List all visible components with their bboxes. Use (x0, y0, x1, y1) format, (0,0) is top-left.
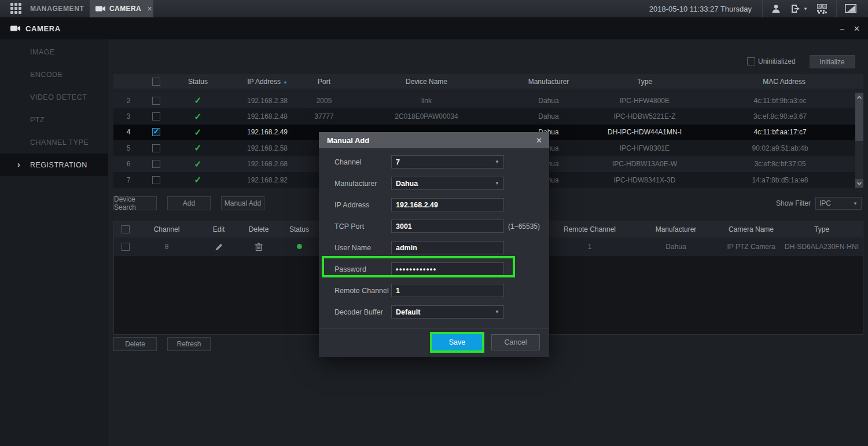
scroll-up-icon[interactable] (855, 93, 863, 101)
device-table-header: Status IP Address▲ Port Device Name Manu… (113, 74, 863, 89)
row-checkbox[interactable] (144, 112, 169, 120)
save-button[interactable]: Save (432, 334, 482, 350)
cell-num: 2 (113, 97, 144, 105)
col-delete[interactable]: Delete (241, 225, 276, 233)
screen: MANAGEMENT CAMERA ✕ 2018-05-10 11:33:27 … (0, 0, 868, 446)
refresh-button[interactable]: Refresh (167, 337, 211, 351)
scrollbar-thumb[interactable] (855, 101, 863, 141)
cell-ip: 192.168.2.68 (227, 160, 308, 168)
taskbar: MANAGEMENT CAMERA ✕ 2018-05-10 11:33:27 … (0, 0, 868, 17)
tcp-port-input[interactable]: 3001 (391, 220, 504, 233)
minimize-icon[interactable]: – (840, 24, 844, 33)
tcp-port-range-hint: (1~65535) (508, 222, 540, 231)
select-all-checkbox[interactable] (114, 225, 137, 233)
uninitialized-checkbox[interactable]: Uninitialized (747, 57, 796, 65)
cell-type: IPC-HFW4800E (584, 97, 705, 105)
display-icon[interactable] (845, 4, 856, 14)
datetime: 2018-05-10 11:33:27 Thursday (649, 5, 752, 13)
status-check-icon: ✓ (169, 159, 227, 170)
row-checkbox[interactable] (144, 128, 169, 136)
cell-mac: 90:02:a9:51:ab:4b (705, 144, 855, 152)
select-all-checkbox[interactable] (144, 78, 169, 86)
sidebar-item-channel-type[interactable]: CHANNEL TYPE (0, 131, 108, 153)
row-checkbox[interactable] (144, 176, 169, 184)
caret-down-icon: ▼ (853, 201, 858, 206)
cancel-button[interactable]: Cancel (491, 334, 540, 350)
col-type[interactable]: Type (584, 78, 705, 86)
col-camera-name[interactable]: Camera Name (722, 225, 781, 233)
status-check-icon: ✓ (169, 174, 227, 185)
sidebar-item-ptz[interactable]: PTZ (0, 108, 108, 131)
ip-address-input[interactable]: 192.168.2.49 (391, 198, 504, 211)
edit-pencil-icon[interactable] (196, 242, 241, 251)
cell-type: DH-IPC-HDW44A1MN-I (584, 128, 705, 136)
col-status[interactable]: Status (169, 78, 227, 86)
tab-close-icon[interactable]: ✕ (147, 5, 152, 13)
device-search-button[interactable]: Device Search (113, 196, 157, 210)
divider (762, 0, 763, 17)
tab-management[interactable]: MANAGEMENT (30, 5, 84, 13)
checkbox[interactable] (747, 57, 755, 65)
sidebar-item-encode[interactable]: ENCODE (0, 63, 108, 86)
channel-dropdown[interactable]: 7 ▼ (391, 155, 504, 169)
sort-asc-icon: ▲ (283, 79, 288, 85)
cell-manufacturer: Dahua (513, 112, 584, 120)
remote-channel-input[interactable]: 1 (391, 284, 504, 297)
user-name-input[interactable]: admin (391, 241, 504, 254)
initialize-button[interactable]: Initialize (810, 55, 855, 68)
caret-down-icon: ▼ (495, 309, 499, 315)
sidebar: IMAGE ENCODE VIDEO DETECT PTZ CHANNEL TY… (0, 39, 108, 446)
col-manufacturer[interactable]: Manufacturer (513, 78, 584, 86)
sidebar-item-registration[interactable]: › REGISTRATION (0, 153, 108, 176)
delete-trash-icon[interactable] (241, 242, 276, 251)
chevron-right-icon: › (17, 160, 20, 169)
col-remote-channel[interactable]: Remote Channel (549, 225, 630, 233)
col-port[interactable]: Port (308, 78, 340, 86)
cell-type: DH-SD6ALA230FN-HNI (781, 243, 863, 251)
row-checkbox[interactable] (114, 243, 137, 251)
qr-code-icon[interactable] (817, 4, 827, 14)
col-device-name[interactable]: Device Name (340, 78, 513, 86)
status-check-icon: ✓ (169, 95, 227, 106)
row-checkbox[interactable] (144, 97, 169, 105)
manufacturer-dropdown[interactable]: Dahua ▼ (391, 177, 504, 190)
close-icon[interactable]: ✕ (854, 24, 860, 33)
cell-remote-channel: 1 (549, 243, 630, 251)
user-icon[interactable] (771, 3, 781, 14)
scroll-down-icon[interactable] (855, 179, 863, 188)
tab-camera[interactable]: CAMERA ✕ (90, 0, 153, 17)
caret-down-icon: ▼ (495, 159, 499, 164)
device-table-row[interactable]: 2 ✓ 192.168.2.38 2005 link Dahua IPC-HFW… (113, 93, 855, 108)
dialog-close-icon[interactable]: ✕ (536, 136, 542, 145)
divider (836, 0, 837, 17)
cell-channel: 8 (137, 243, 196, 251)
col-ip[interactable]: IP Address▲ (227, 78, 308, 86)
col-edit[interactable]: Edit (196, 225, 241, 233)
logout-caret-icon: ▼ (803, 6, 808, 12)
show-filter-dropdown[interactable]: IPC ▼ (815, 197, 862, 210)
password-input[interactable]: •••••••••••• (391, 262, 504, 276)
scrollbar[interactable] (855, 93, 863, 188)
logout-icon[interactable]: ▼ (790, 4, 808, 13)
status-check-icon: ✓ (169, 127, 227, 138)
col-channel[interactable]: Channel (137, 225, 196, 233)
apps-grid-icon[interactable] (10, 3, 22, 14)
uninitialized-label: Uninitialized (758, 57, 796, 65)
taskbar-right: 2018-05-10 11:33:27 Thursday ▼ (649, 0, 868, 17)
decoder-buffer-dropdown[interactable]: Default ▼ (391, 305, 504, 319)
cell-type: IPC-HDBW13A0E-W (584, 160, 705, 168)
sidebar-item-video-detect[interactable]: VIDEO DETECT (0, 86, 108, 108)
add-button[interactable]: Add (167, 196, 211, 210)
manual-add-button[interactable]: Manual Add (221, 196, 264, 210)
sidebar-item-image[interactable]: IMAGE (0, 41, 108, 63)
col-status[interactable]: Status (276, 225, 322, 233)
delete-button[interactable]: Delete (113, 337, 157, 351)
cell-manufacturer: Dahua (630, 243, 722, 251)
col-manufacturer[interactable]: Manufacturer (630, 225, 722, 233)
row-checkbox[interactable] (144, 144, 169, 152)
cell-camera-name: IP PTZ Camera (722, 243, 781, 251)
col-mac[interactable]: MAC Address (705, 78, 863, 86)
device-table-row[interactable]: 3 ✓ 192.168.2.48 37777 2C018E0PAW00034 D… (113, 108, 855, 124)
row-checkbox[interactable] (144, 160, 169, 168)
col-type[interactable]: Type (781, 225, 863, 233)
